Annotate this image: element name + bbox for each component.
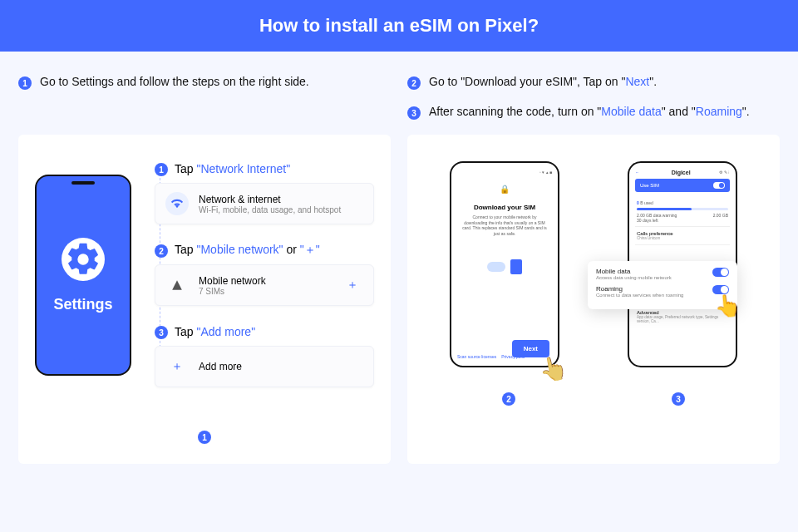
card-title: Add more [199, 361, 242, 372]
panel-right: ◦ ▾ ▴ ■ 🔒 Download your SIM Connect to y… [407, 135, 780, 464]
data-progress [637, 208, 728, 210]
carrier-name: Digicel [672, 170, 691, 175]
step-2-badge: 2 [155, 244, 168, 258]
card-sub: Wi-Fi, mobile, data usage, and hotspot [199, 205, 341, 214]
phone-sim-settings: ← Digicel ⚙ ✎ ⁝ Use SIM 0 B used 2.00 GB… [628, 161, 737, 367]
badge-3: 3 [407, 106, 421, 120]
status-icons: ◦ ▾ ▴ ■ [539, 170, 552, 175]
pointer-hand-icon: 👆 [713, 293, 742, 321]
settings-phone-mock: Settings [35, 175, 131, 376]
card-mobile-network[interactable]: Mobile network7 SIMs ＋ [155, 264, 374, 306]
step-1: 1 Tap "Network Internet" Network & inter… [155, 161, 374, 224]
instruction-2: 2 Go to "Download your eSIM", Tap on "Ne… [407, 75, 780, 90]
link-mobile-data: Mobile data [601, 105, 661, 118]
toolbar-icons[interactable]: ⚙ ✎ ⁝ [719, 170, 730, 175]
download-illustration [457, 259, 552, 274]
overlay-roaming[interactable]: RoamingConnect to data services when roa… [596, 285, 729, 298]
pointer-hand-icon: 👆 [536, 352, 569, 385]
sim-lock-icon: 🔒 [457, 185, 552, 194]
link-next: Next [625, 75, 649, 88]
mobile-data-toggle[interactable] [712, 268, 729, 277]
plus-icon: ＋ [165, 355, 189, 378]
panel-footer-badge-1: 1 [198, 431, 211, 444]
link-roaming: Roaming [696, 105, 742, 118]
instructions-row: 1 Go to Settings and follow the steps on… [0, 52, 798, 135]
overlay-mobile-data[interactable]: Mobile dataAccess data using mobile netw… [596, 268, 729, 280]
card-add-more[interactable]: ＋ Add more [155, 346, 374, 387]
phone-download-sim: ◦ ▾ ▴ ■ 🔒 Download your SIM Connect to y… [450, 161, 559, 367]
badge-2: 2 [407, 76, 421, 90]
link-licenses[interactable]: Scan source licenses [457, 354, 496, 359]
gear-icon [62, 238, 105, 281]
step-1-badge: 1 [155, 163, 168, 176]
download-title: Download your SIM [457, 204, 552, 211]
card-network-internet[interactable]: Network & internetWi-Fi, mobile, data us… [155, 183, 374, 224]
instruction-3: 3 After scanning the code, turn on "Mobi… [407, 105, 780, 120]
back-arrow-icon[interactable]: ← [635, 170, 639, 175]
signal-icon [165, 273, 189, 297]
sim-icon [510, 259, 522, 274]
panel-left: Settings 1 Tap "Network Internet" Networ… [18, 135, 391, 464]
panel-footer-badge-3: 3 [672, 392, 685, 406]
badge-1: 1 [18, 76, 32, 90]
toggle-overlay: Mobile dataAccess data using mobile netw… [588, 261, 737, 309]
instruction-2-text: Go to "Download your eSIM", Tap on "Next… [429, 75, 657, 88]
settings-label: Settings [53, 296, 112, 313]
cloud-icon [487, 262, 505, 272]
step-3: 3 Tap "Add more" ＋ Add more [155, 324, 374, 387]
page-title: How to install an eSIM on Pixel? [0, 0, 798, 52]
instruction-1-text: Go to Settings and follow the steps on t… [40, 75, 309, 88]
download-body: Connect to your mobile network by downlo… [457, 214, 552, 236]
card-title: Mobile network [199, 275, 266, 287]
use-sim-row[interactable]: Use SIM [635, 179, 730, 192]
wifi-icon [165, 192, 189, 215]
item-calls-pref[interactable]: Calls preferenceChina Unicom [635, 227, 730, 245]
next-button[interactable]: Next [512, 340, 549, 357]
card-title: Network & internet [199, 194, 341, 205]
use-sim-toggle[interactable] [713, 182, 725, 189]
instruction-3-text: After scanning the code, turn on "Mobile… [429, 105, 750, 118]
instruction-1: 1 Go to Settings and follow the steps on… [18, 75, 391, 90]
step-2: 2 Tap "Mobile network" or "＋" Mobile net… [155, 243, 374, 306]
panels-row: Settings 1 Tap "Network Internet" Networ… [0, 135, 798, 464]
card-sub: 7 SIMs [199, 287, 266, 296]
panel-footer-badge-2: 2 [502, 392, 515, 406]
data-usage: 0 B used 2.00 GB data warning2.00 GB 30 … [635, 197, 730, 227]
plus-icon[interactable]: ＋ [342, 278, 363, 293]
step-3-badge: 3 [155, 326, 168, 339]
